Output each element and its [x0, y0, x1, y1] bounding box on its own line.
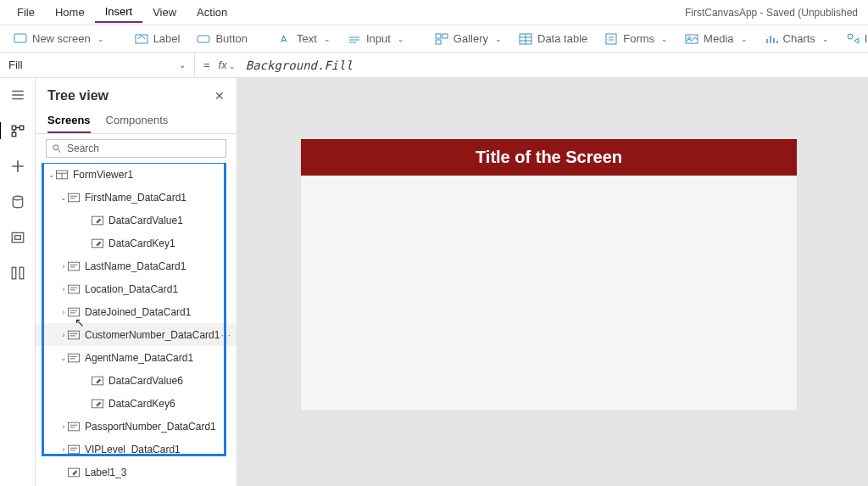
search-input[interactable]: Search — [46, 139, 226, 158]
charts-icon — [765, 32, 778, 46]
forms-label: Forms — [623, 32, 654, 45]
svg-rect-35 — [68, 422, 79, 431]
chevron-right-icon[interactable]: › — [59, 262, 68, 271]
table-icon — [519, 32, 532, 46]
chevron-down-icon[interactable]: ⌄ — [59, 354, 68, 362]
tree-node-datacardvalue1[interactable]: DataCardValue1 — [36, 209, 236, 232]
chevron-right-icon[interactable]: › — [59, 285, 68, 293]
button-icon — [197, 32, 210, 46]
tree-node-label: LastName_DataCard1 — [85, 260, 186, 272]
form-icon — [56, 169, 68, 181]
close-icon[interactable]: ✕ — [214, 89, 225, 103]
card-icon — [68, 444, 80, 455]
tree-node-datacardkey1[interactable]: DataCardKey1 — [36, 232, 236, 254]
label-button[interactable]: Label — [128, 29, 187, 49]
svg-rect-19 — [12, 232, 24, 242]
tree-node-formviewer1[interactable]: ⌄FormViewer1 — [36, 163, 236, 186]
tree-tabs: Screens Components — [36, 109, 236, 134]
menu-insert[interactable]: Insert — [95, 2, 143, 23]
tree-node-datejoined-datacard1[interactable]: ›DateJoined_DataCard1 — [36, 300, 236, 323]
label-icon — [135, 32, 148, 46]
canvas-area[interactable]: Title of the Screen — [237, 78, 868, 486]
tree-node-passportnumber-datacard1[interactable]: ›PassportNumber_DataCard1 — [36, 415, 236, 438]
edit-icon — [92, 375, 103, 387]
tree-node-agentname-datacard1[interactable]: ⌄AgentName_DataCard1 — [36, 346, 236, 369]
input-button[interactable]: Input ⌄ — [341, 29, 411, 49]
tab-screens[interactable]: Screens — [47, 109, 91, 133]
menu-view[interactable]: View — [142, 3, 186, 22]
media-label: Media — [704, 32, 733, 45]
tools-icon[interactable] — [9, 265, 26, 282]
svg-rect-0 — [14, 34, 26, 42]
screen-icon — [14, 32, 27, 46]
property-selector[interactable]: Fill ⌄ — [0, 53, 195, 77]
edit-icon — [68, 466, 80, 478]
chevron-down-icon: ⌄ — [179, 60, 186, 70]
icons-button[interactable]: Icons ⌄ — [839, 29, 868, 49]
menu-home[interactable]: Home — [45, 3, 95, 22]
tree-node-customernumber-datacard1[interactable]: ›CustomerNumber_DataCard1··· — [36, 323, 236, 346]
menubar: File Home Insert View Action FirstCanvas… — [0, 0, 868, 25]
svg-rect-21 — [12, 267, 16, 279]
tab-components[interactable]: Components — [106, 109, 169, 133]
chevron-right-icon[interactable]: › — [59, 445, 68, 454]
edit-icon — [92, 398, 103, 410]
gallery-button[interactable]: Gallery ⌄ — [428, 29, 509, 49]
forms-button[interactable]: Forms ⌄ — [598, 29, 675, 49]
tree-node-label: FirstName_DataCard1 — [85, 192, 186, 204]
card-icon — [68, 352, 80, 364]
svg-rect-31 — [68, 331, 79, 339]
charts-label: Charts — [783, 32, 815, 45]
app-title: FirstCanvasApp - Saved (Unpublished — [685, 7, 861, 19]
svg-rect-2 — [198, 36, 209, 42]
formula-input[interactable]: Background.Fill — [242, 59, 868, 72]
gallery-label: Gallery — [453, 32, 488, 45]
data-icon[interactable] — [9, 193, 26, 210]
button-button[interactable]: Button — [190, 29, 254, 49]
chevron-down-icon[interactable]: ⌄ — [47, 170, 56, 179]
datatable-button[interactable]: Data table — [512, 29, 594, 49]
text-button[interactable]: A Text ⌄ — [271, 29, 337, 49]
gallery-icon — [435, 32, 448, 46]
card-icon — [68, 192, 80, 204]
new-screen-button[interactable]: New screen ⌄ — [7, 29, 111, 49]
chevron-right-icon[interactable]: › — [59, 331, 68, 339]
tree-view-icon[interactable] — [0, 122, 35, 139]
tree-node-label: Location_DataCard1 — [85, 283, 178, 295]
left-rail — [0, 78, 36, 486]
icons-icon — [846, 32, 860, 46]
tree-node-label: VIPLevel_DataCard1 — [85, 444, 181, 455]
forms-icon — [604, 32, 618, 46]
tree-node-label: CustomerNumber_DataCard1 — [85, 329, 220, 341]
media-panel-icon[interactable] — [9, 229, 26, 246]
more-options-icon[interactable]: ··· — [221, 330, 236, 340]
tree-node-viplevel-datacard1[interactable]: ›VIPLevel_DataCard1 — [36, 438, 236, 461]
charts-button[interactable]: Charts ⌄ — [758, 29, 836, 49]
media-button[interactable]: Media ⌄ — [678, 29, 754, 49]
tree-node-datacardvalue6[interactable]: DataCardValue6 — [36, 369, 236, 392]
svg-rect-4 — [436, 34, 441, 38]
tree-node-firstname-datacard1[interactable]: ⌄FirstName_DataCard1 — [36, 186, 236, 209]
svg-rect-20 — [14, 236, 20, 240]
tree-panel: Tree view ✕ Screens Components Search ⌄F… — [36, 78, 237, 486]
card-icon — [68, 421, 80, 433]
svg-rect-16 — [12, 132, 16, 137]
svg-rect-17 — [19, 126, 24, 130]
canvas-screen[interactable]: Title of the Screen — [301, 139, 797, 411]
svg-rect-30 — [68, 308, 79, 316]
fx-icon[interactable]: fx⌄ — [219, 59, 242, 71]
hamburger-icon[interactable] — [9, 87, 26, 103]
chevron-right-icon[interactable]: › — [59, 308, 68, 316]
chevron-right-icon[interactable]: › — [59, 422, 68, 431]
svg-rect-8 — [606, 34, 616, 44]
chevron-down-icon[interactable]: ⌄ — [59, 193, 68, 202]
tree-node-datacardkey6[interactable]: DataCardKey6 — [36, 392, 236, 415]
tree-node-label1-3[interactable]: Label1_3 — [36, 461, 236, 483]
equals-sign: = — [195, 59, 219, 71]
menu-file[interactable]: File — [7, 3, 45, 22]
tree-node-lastname-datacard1[interactable]: ›LastName_DataCard1 — [36, 254, 236, 277]
menu-action[interactable]: Action — [186, 3, 237, 22]
screen-title-label[interactable]: Title of the Screen — [301, 139, 797, 176]
add-icon[interactable] — [9, 158, 26, 175]
tree-node-location-datacard1[interactable]: ›Location_DataCard1 — [36, 277, 236, 300]
